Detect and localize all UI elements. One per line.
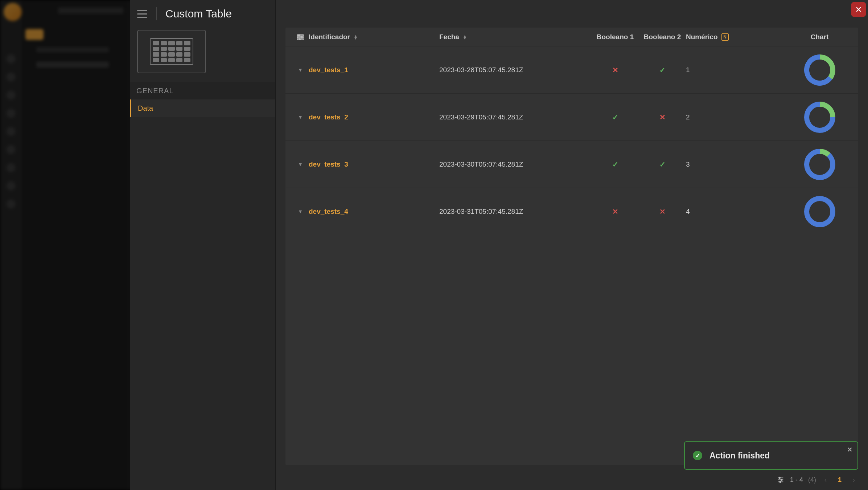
header-identificador-label: Identificador: [309, 33, 350, 41]
row-id-link[interactable]: dev_tests_4: [309, 208, 348, 216]
svg-point-4: [301, 36, 303, 38]
svg-point-17: [779, 477, 780, 479]
row-bool2: ✕: [659, 113, 666, 122]
sidebar-section-general: GENERAL: [130, 82, 275, 99]
row-fecha: 2023-03-29T05:07:45.281Z: [439, 113, 523, 121]
row-id-link[interactable]: dev_tests_1: [309, 66, 348, 74]
header-booleano1-label: Booleano 1: [597, 33, 634, 41]
header-fecha[interactable]: Fecha ▲▼: [439, 33, 592, 41]
table-row: ▾ dev_tests_2 2023-03-29T05:07:45.281Z ✓…: [285, 94, 858, 141]
table-grid-icon: [150, 38, 193, 65]
header-chart-label: Chart: [811, 33, 829, 41]
table-row: ▾ dev_tests_3 2023-03-30T05:07:45.281Z ✓…: [285, 141, 858, 188]
pagination-settings-icon[interactable]: [776, 475, 785, 484]
table-row: ▾ dev_tests_4 2023-03-31T05:07:45.281Z ✕…: [285, 188, 858, 235]
header-booleano1[interactable]: Booleano 1: [592, 33, 639, 41]
row-bool2: ✓: [659, 160, 666, 169]
header-booleano2-label: Booleano 2: [644, 33, 681, 41]
sort-icon: ▲▼: [354, 35, 358, 39]
row-expand-icon[interactable]: ▾: [299, 114, 302, 121]
row-bool1: ✓: [612, 113, 618, 122]
table-body: ▾ dev_tests_1 2023-03-28T05:07:45.281Z ✕…: [285, 46, 858, 465]
row-chart: [787, 54, 852, 86]
data-table: Identificador ▲▼ Fecha ▲▼ Booleano 1 Boo…: [285, 28, 858, 465]
row-bool1: ✓: [612, 160, 618, 169]
row-chart: [787, 102, 852, 133]
row-bool2: ✓: [659, 66, 666, 74]
row-numeric: 1: [686, 66, 690, 74]
pagination-prev-button[interactable]: ‹: [821, 475, 830, 484]
row-bool1: ✕: [612, 207, 618, 216]
header-chart: Chart: [787, 33, 852, 41]
row-id-link[interactable]: dev_tests_2: [309, 113, 348, 121]
row-fecha: 2023-03-31T05:07:45.281Z: [439, 208, 523, 216]
sidebar-item-data[interactable]: Data: [130, 99, 275, 117]
row-chart: [787, 196, 852, 227]
toast-message: Action finished: [709, 451, 770, 461]
pagination-next-button[interactable]: ›: [850, 475, 858, 484]
svg-point-18: [781, 479, 782, 481]
panel-main: Identificador ▲▼ Fecha ▲▼ Booleano 1 Boo…: [276, 0, 868, 490]
row-numeric: 2: [686, 113, 690, 121]
row-fecha: 2023-03-28T05:07:45.281Z: [439, 66, 523, 74]
header-identificador[interactable]: Identificador ▲▼: [309, 33, 439, 41]
numeric-type-icon: N: [721, 33, 729, 41]
widget-thumbnail: [137, 30, 206, 73]
pagination-total: (4): [808, 476, 816, 484]
row-chart: [787, 149, 852, 180]
svg-point-5: [299, 38, 300, 40]
close-button[interactable]: [851, 2, 866, 17]
row-bool1: ✕: [612, 66, 618, 74]
success-icon: ✓: [693, 451, 702, 460]
table-header-row: Identificador ▲▼ Fecha ▲▼ Booleano 1 Boo…: [285, 28, 858, 46]
table-footer: 1 - 4 (4) ‹ 1 ›: [285, 470, 858, 490]
header-booleano2[interactable]: Booleano 2: [639, 33, 686, 41]
svg-point-3: [299, 34, 300, 36]
toast-notification: ✓ Action finished ✕: [684, 441, 858, 470]
panel-sidebar: Custom Table ⤡ GENERAL Data: [130, 0, 276, 490]
panel-title: Custom Table: [165, 8, 232, 20]
row-numeric: 3: [686, 160, 690, 168]
row-id-link[interactable]: dev_tests_3: [309, 160, 348, 168]
toast-close-button[interactable]: ✕: [847, 446, 852, 454]
pagination-range: 1 - 4: [790, 476, 803, 484]
row-expand-icon[interactable]: ▾: [299, 208, 302, 215]
svg-point-19: [779, 481, 781, 483]
header-numerico-label: Numérico: [686, 33, 718, 41]
menu-icon[interactable]: [137, 10, 147, 18]
custom-table-panel: Custom Table ⤡ GENERAL Data Id: [130, 0, 868, 490]
svg-point-12: [807, 199, 833, 225]
row-expand-icon[interactable]: ▾: [299, 161, 302, 168]
row-fecha: 2023-03-30T05:07:45.281Z: [439, 160, 523, 168]
row-expand-icon[interactable]: ▾: [299, 66, 302, 73]
column-settings-icon[interactable]: [292, 33, 309, 41]
pagination-current-page: 1: [835, 476, 844, 484]
table-row: ▾ dev_tests_1 2023-03-28T05:07:45.281Z ✕…: [285, 46, 858, 94]
header-numerico[interactable]: Numérico N: [686, 33, 787, 41]
sort-icon: ▲▼: [463, 35, 467, 39]
header-fecha-label: Fecha: [439, 33, 459, 41]
row-numeric: 4: [686, 208, 690, 216]
row-bool2: ✕: [659, 207, 666, 216]
